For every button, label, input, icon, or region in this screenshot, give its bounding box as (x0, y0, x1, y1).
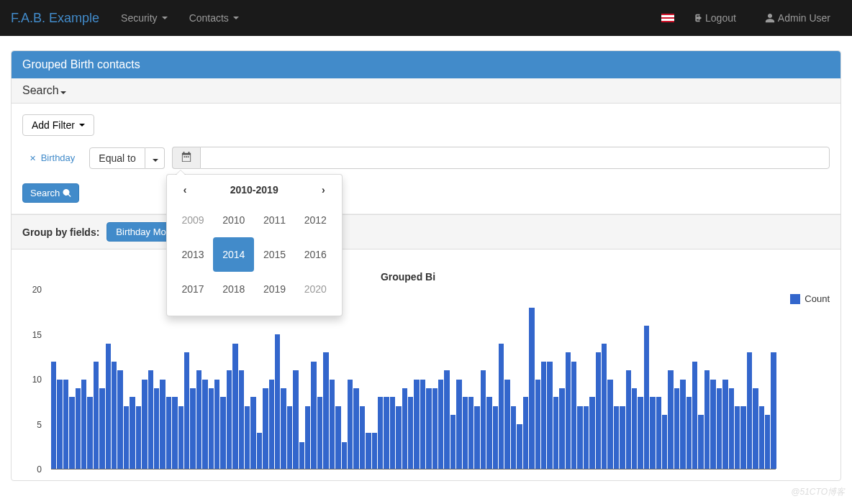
bar[interactable] (57, 380, 62, 469)
bar[interactable] (335, 406, 340, 469)
user-link[interactable]: Admin User (754, 1, 841, 35)
bar[interactable] (735, 406, 740, 469)
bar[interactable] (117, 370, 122, 469)
bar[interactable] (239, 370, 244, 469)
bar[interactable] (384, 397, 389, 469)
add-filter-button[interactable]: Add Filter (22, 114, 94, 136)
bar[interactable] (686, 397, 692, 469)
bar[interactable] (269, 380, 274, 469)
bar[interactable] (535, 380, 540, 469)
bar[interactable] (408, 397, 413, 469)
bar[interactable] (353, 388, 358, 469)
bar[interactable] (474, 406, 479, 469)
bar[interactable] (420, 380, 425, 469)
bar[interactable] (668, 370, 673, 469)
year-2016[interactable]: 2016 (295, 237, 336, 272)
bar[interactable] (263, 388, 268, 469)
bar[interactable] (698, 415, 703, 469)
bar[interactable] (650, 397, 655, 469)
bar[interactable] (729, 388, 734, 469)
bar[interactable] (692, 362, 697, 469)
bar[interactable] (740, 406, 746, 469)
bar[interactable] (76, 388, 81, 469)
year-2015[interactable]: 2015 (254, 237, 295, 272)
bar[interactable] (281, 388, 286, 469)
bar[interactable] (293, 370, 298, 469)
bar[interactable] (607, 380, 612, 469)
bar[interactable] (710, 380, 715, 469)
bar[interactable] (614, 406, 619, 469)
bar[interactable] (468, 397, 473, 469)
bar[interactable] (704, 370, 710, 469)
search-button[interactable]: Search (22, 183, 79, 203)
bar[interactable] (511, 406, 516, 469)
bar[interactable] (360, 406, 365, 469)
bar[interactable] (178, 406, 183, 469)
bar[interactable] (317, 397, 322, 469)
bar[interactable] (166, 397, 171, 469)
bar[interactable] (250, 397, 255, 469)
date-input[interactable] (200, 147, 830, 169)
next-decade-button[interactable]: › (314, 184, 332, 196)
bar[interactable] (722, 380, 728, 469)
bar[interactable] (747, 352, 752, 469)
bar[interactable] (463, 397, 468, 469)
bar[interactable] (753, 388, 758, 469)
bar[interactable] (366, 433, 371, 469)
bar[interactable] (559, 388, 564, 469)
bar[interactable] (680, 380, 685, 469)
nav-contacts[interactable]: Contacts (178, 1, 250, 35)
bar[interactable] (632, 388, 637, 469)
bar[interactable] (275, 334, 280, 469)
bar[interactable] (626, 370, 631, 469)
bar[interactable] (426, 388, 431, 469)
year-2012[interactable]: 2012 (295, 203, 336, 237)
bar[interactable] (257, 433, 262, 469)
bar[interactable] (523, 397, 528, 469)
bar[interactable] (486, 397, 491, 469)
bar[interactable] (378, 397, 383, 469)
bar[interactable] (602, 344, 607, 469)
bar[interactable] (577, 406, 582, 469)
bar[interactable] (589, 397, 594, 469)
bar[interactable] (232, 344, 237, 469)
bar[interactable] (160, 380, 165, 469)
bar[interactable] (209, 388, 214, 469)
bar[interactable] (190, 388, 195, 469)
year-2019[interactable]: 2019 (254, 272, 295, 306)
bar[interactable] (184, 352, 189, 469)
operator-toggle[interactable] (145, 147, 165, 169)
search-toggle[interactable]: Search (12, 78, 840, 104)
year-2013[interactable]: 2013 (173, 237, 214, 272)
bar[interactable] (287, 406, 292, 469)
bar[interactable] (644, 326, 649, 469)
bar[interactable] (196, 370, 201, 469)
bar[interactable] (662, 415, 667, 469)
bar[interactable] (717, 388, 722, 469)
bar[interactable] (438, 380, 443, 469)
flag-icon[interactable] (661, 14, 674, 22)
year-2020[interactable]: 2020 (295, 272, 336, 306)
bar[interactable] (63, 380, 68, 469)
bar[interactable] (142, 380, 147, 469)
bar[interactable] (390, 397, 395, 469)
year-2014[interactable]: 2014 (213, 237, 254, 272)
bar[interactable] (450, 415, 456, 469)
bar[interactable] (771, 352, 776, 469)
bar[interactable] (342, 442, 347, 469)
bar[interactable] (517, 424, 522, 469)
bar[interactable] (87, 397, 92, 469)
bar[interactable] (323, 352, 328, 469)
bar[interactable] (148, 370, 153, 469)
bar[interactable] (299, 442, 304, 469)
bar[interactable] (596, 352, 601, 469)
bar[interactable] (227, 370, 232, 469)
remove-filter-link[interactable]: ✕ Birthday (22, 152, 82, 163)
bar[interactable] (444, 370, 449, 469)
bar[interactable] (51, 362, 56, 469)
bar[interactable] (330, 380, 335, 469)
bar[interactable] (136, 406, 141, 469)
year-2009[interactable]: 2009 (173, 203, 214, 237)
year-2017[interactable]: 2017 (173, 272, 214, 306)
bar[interactable] (414, 380, 419, 469)
